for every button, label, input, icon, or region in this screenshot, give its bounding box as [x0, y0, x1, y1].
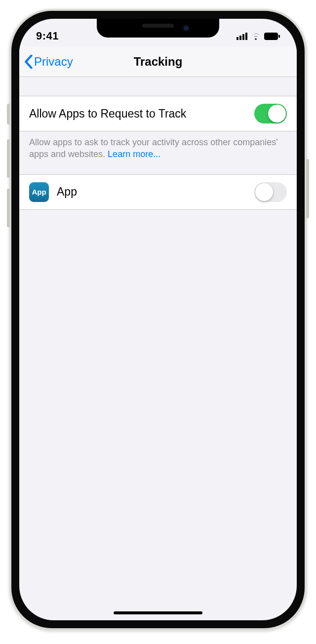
- cellular-signal-icon: [237, 33, 247, 40]
- learn-more-link[interactable]: Learn more...: [108, 149, 160, 159]
- silence-switch[interactable]: [7, 104, 10, 124]
- device-frame: 9:41 Privacy Tracking Allow Apps to Requ…: [9, 9, 307, 630]
- volume-up-button[interactable]: [7, 139, 10, 178]
- volume-down-button[interactable]: [7, 189, 10, 227]
- svg-rect-0: [264, 33, 278, 40]
- settings-content: Allow Apps to Request to Track Allow app…: [19, 77, 297, 210]
- side-button[interactable]: [306, 159, 309, 218]
- status-time: 9:41: [36, 30, 59, 42]
- screen: 9:41 Privacy Tracking Allow Apps to Requ…: [19, 19, 297, 620]
- back-label: Privacy: [34, 55, 73, 69]
- app-tracking-cell: App App: [19, 174, 297, 210]
- battery-icon: [264, 33, 280, 40]
- navigation-bar: Privacy Tracking: [19, 46, 297, 77]
- app-name-label: App: [57, 185, 77, 199]
- chevron-left-icon: [24, 55, 33, 69]
- speaker-grille: [142, 24, 174, 28]
- app-icon: App: [29, 182, 49, 202]
- allow-tracking-label: Allow Apps to Request to Track: [29, 107, 186, 121]
- wifi-icon: [250, 32, 261, 40]
- allow-tracking-footer: Allow apps to ask to track your activity…: [19, 131, 297, 174]
- notch: [97, 19, 219, 38]
- allow-tracking-switch[interactable]: [254, 104, 287, 123]
- home-indicator[interactable]: [114, 611, 202, 614]
- page-title: Tracking: [134, 55, 183, 69]
- back-button[interactable]: Privacy: [24, 55, 73, 69]
- allow-tracking-cell: Allow Apps to Request to Track: [19, 96, 297, 131]
- svg-rect-1: [278, 35, 280, 38]
- front-camera: [183, 25, 190, 32]
- app-tracking-switch[interactable]: [254, 182, 287, 202]
